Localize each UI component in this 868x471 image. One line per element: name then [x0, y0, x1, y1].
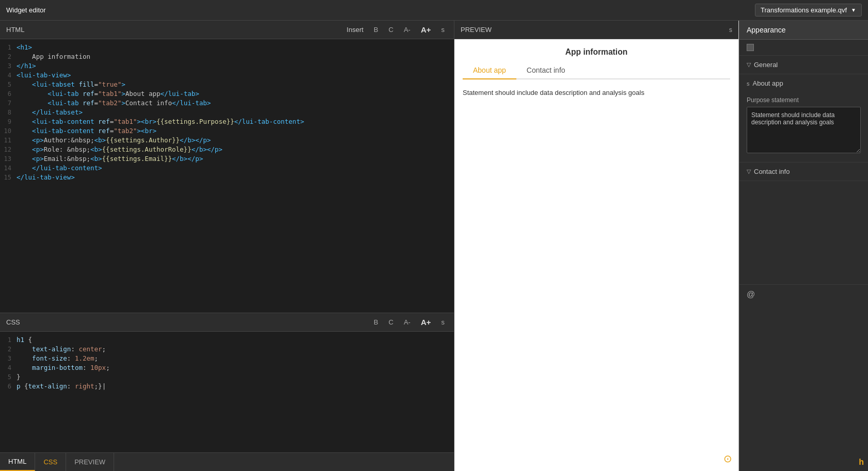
s-button-css[interactable]: s [438, 317, 448, 327]
insert-button[interactable]: Insert [343, 25, 367, 35]
main-layout: HTML Insert B C A- A+ s 1 <h1> 2 App inf… [0, 21, 868, 471]
collapse-icon: ▽ [747, 61, 751, 68]
css-label: CSS [6, 318, 367, 326]
code-line: 11 <p>Author:&nbsp;<b>{{settings.Author}… [0, 136, 454, 145]
widget-editor-title: Widget editor [6, 6, 46, 14]
general-section-header[interactable]: ▽ General [739, 56, 868, 74]
top-bar: Widget editor Transformations example.qv… [0, 0, 868, 21]
props-bottom: @ [739, 284, 868, 304]
code-line: 8 </lui-tabset> [0, 108, 454, 118]
preview-tabs: About app Contact info [463, 62, 730, 79]
code-line: 4 <lui-tab-view> [0, 71, 454, 80]
chevron-down-icon: ▼ [851, 7, 856, 13]
at-icon: @ [747, 290, 755, 299]
b-button-css[interactable]: B [371, 317, 382, 327]
a-plus-button-css[interactable]: A+ [418, 317, 434, 328]
collapse-contact-icon: ▽ [747, 168, 751, 175]
purpose-statement-label: Purpose statement [747, 96, 861, 104]
props-checkbox-row [739, 40, 868, 56]
preview-scroll-button[interactable]: ⊙ [723, 452, 732, 465]
props-panel: Appearance ▽ General s About app Purpose… [739, 21, 868, 471]
top-bar-right: Transformations example.qvf ▼ [755, 4, 862, 17]
code-line: 3 </h1> [0, 62, 454, 71]
editor-panel: HTML Insert B C A- A+ s 1 <h1> 2 App inf… [0, 21, 454, 471]
contact-info-section-header[interactable]: ▽ Contact info [739, 163, 868, 181]
appearance-header: Appearance [739, 21, 868, 40]
css-editor-section: CSS B C A- A+ s 1 h1 { 2 text-align: cen… [0, 313, 454, 452]
props-checkbox[interactable] [747, 44, 754, 51]
css-editor-toolbar: CSS B C A- A+ s [0, 313, 454, 332]
preview-label: PREVIEW [461, 26, 729, 34]
code-line: 4 margin-bottom: 10px; [0, 364, 454, 373]
code-line: 2 text-align: center; [0, 345, 454, 354]
preview-s-btn[interactable]: s [729, 26, 732, 34]
html-editor-section: HTML Insert B C A- A+ s 1 <h1> 2 App inf… [0, 21, 454, 313]
about-app-label: About app [753, 79, 783, 87]
c-button-css[interactable]: C [386, 317, 397, 327]
code-line: 2 App information [0, 53, 454, 62]
contact-info-label: Contact info [754, 168, 790, 175]
about-app-section-header[interactable]: s About app [739, 74, 868, 92]
code-line: 3 font-size: 1.2em; [0, 354, 454, 364]
preview-app-title: App information [463, 47, 730, 57]
about-app-section-content: Purpose statement Statement should inclu… [739, 92, 868, 162]
transformations-dropdown[interactable]: Transformations example.qvf ▼ [755, 4, 862, 17]
code-line: 15 </lui-tab-view> [0, 173, 454, 183]
code-line: 6 <lui-tab ref="tab1">About app</lui-tab… [0, 90, 454, 99]
code-line: 1 h1 { [0, 336, 454, 345]
general-label: General [754, 61, 778, 69]
collapse-about-icon: s [747, 80, 750, 87]
tab-css[interactable]: CSS [35, 453, 66, 471]
code-line: 1 <h1> [0, 43, 454, 53]
about-app-section: s About app Purpose statement Statement … [739, 74, 868, 163]
html-editor-toolbar: HTML Insert B C A- A+ s [0, 21, 454, 39]
general-section: ▽ General [739, 56, 868, 74]
code-line: 13 <p>Email:&nbsp;<b>{{settings.Email}}<… [0, 155, 454, 164]
html-code-area[interactable]: 1 <h1> 2 App information 3 </h1> 4 <lui-… [0, 39, 454, 313]
h-icon: h [859, 458, 864, 467]
code-line: 9 <lui-tab-content ref="tab1"><br>{{sett… [0, 118, 454, 127]
preview-body-text: Statement should include data descriptio… [463, 88, 730, 98]
code-line: 14 </lui-tab-content> [0, 164, 454, 173]
preview-toolbar: PREVIEW s [454, 21, 738, 39]
preview-area-wrapper: App information About app Contact info S… [454, 39, 738, 471]
css-code-area[interactable]: 1 h1 { 2 text-align: center; 3 font-size… [0, 332, 454, 452]
c-button[interactable]: C [386, 25, 397, 35]
purpose-statement-textarea[interactable]: Statement should include data descriptio… [747, 107, 861, 153]
preview-tab-about-app[interactable]: About app [463, 62, 516, 79]
contact-info-section: ▽ Contact info [739, 163, 868, 181]
code-line: 10 <lui-tab-content ref="tab2"><br> [0, 127, 454, 136]
code-line: 5 <lui-tabset fill="true"> [0, 80, 454, 90]
preview-panel: PREVIEW s App information About app Cont… [454, 21, 739, 471]
code-line: 5 } [0, 373, 454, 382]
transformations-label: Transformations example.qvf [761, 6, 847, 14]
code-line: 7 <lui-tab ref="tab2">Contact info</lui-… [0, 99, 454, 108]
bottom-tabs: HTML CSS PREVIEW [0, 452, 454, 471]
preview-content: App information About app Contact info S… [454, 39, 738, 471]
preview-tab-contact-info[interactable]: Contact info [516, 62, 576, 79]
b-button[interactable]: B [371, 25, 382, 35]
tab-html[interactable]: HTML [0, 453, 35, 471]
tab-preview[interactable]: PREVIEW [66, 453, 114, 471]
a-minus-button[interactable]: A- [401, 25, 414, 35]
code-line: 12 <p>Role: &nbsp;<b>{{settings.AuthorRo… [0, 145, 454, 155]
s-button-html[interactable]: s [438, 25, 448, 35]
a-plus-button[interactable]: A+ [418, 24, 434, 35]
a-minus-button-css[interactable]: A- [401, 317, 414, 327]
html-label: HTML [6, 26, 339, 34]
code-line: 6 p {text-align: right;} [0, 382, 454, 392]
